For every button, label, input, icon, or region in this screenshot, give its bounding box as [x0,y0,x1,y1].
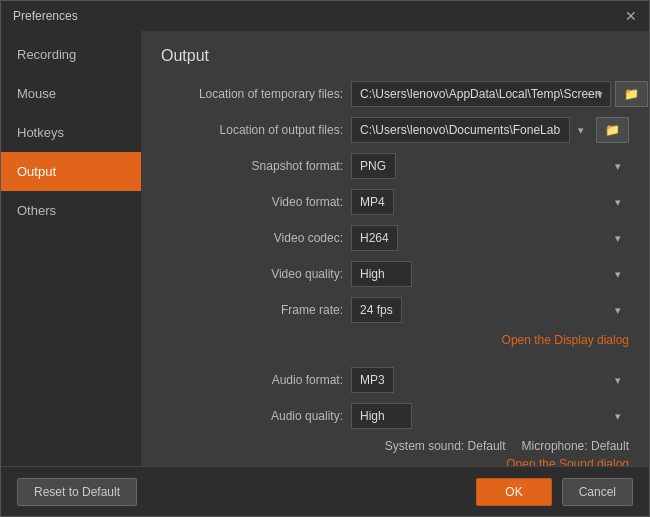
sound-dialog-row: Open the Sound dialog [161,457,629,466]
footer: Reset to Default OK Cancel [1,466,649,516]
frame-rate-select[interactable]: 24 fps 30 fps 60 fps [351,297,402,323]
audio-format-row: Audio format: MP3 AAC [161,367,629,393]
output-files-select[interactable]: C:\Users\lenovo\Documents\FoneLab [351,117,570,143]
title-bar: Preferences ✕ [1,1,649,31]
temp-files-row: Location of temporary files: C:\Users\le… [161,81,629,107]
snapshot-format-row: Snapshot format: PNG JPG [161,153,629,179]
audio-quality-label: Audio quality: [161,409,351,423]
sidebar-item-output[interactable]: Output [1,152,141,191]
video-codec-select[interactable]: H264 H265 [351,225,398,251]
output-files-label: Location of output files: [161,123,351,137]
close-button[interactable]: ✕ [625,9,637,23]
video-quality-select[interactable]: High Medium Low [351,261,412,287]
snapshot-format-select[interactable]: PNG JPG [351,153,396,179]
frame-rate-label: Frame rate: [161,303,351,317]
sidebar: Recording Mouse Hotkeys Output Others [1,31,141,466]
dialog-title: Preferences [13,9,78,23]
ok-button[interactable]: OK [476,478,551,506]
audio-format-label: Audio format: [161,373,351,387]
video-codec-label: Video codec: [161,231,351,245]
output-section-title: Output [161,47,629,65]
sound-info-row: System sound: Default Microphone: Defaul… [161,439,629,453]
video-codec-row: Video codec: H264 H265 [161,225,629,251]
temp-files-label: Location of temporary files: [161,87,351,101]
output-files-folder-btn[interactable]: 📁 [596,117,629,143]
footer-right: OK Cancel [476,478,633,506]
audio-quality-select[interactable]: High Medium Low [351,403,412,429]
preferences-dialog: Preferences ✕ Recording Mouse Hotkeys Ou… [0,0,650,517]
display-dialog-link[interactable]: Open the Display dialog [502,333,629,347]
sound-dialog-link[interactable]: Open the Sound dialog [506,457,629,466]
audio-quality-row: Audio quality: High Medium Low [161,403,629,429]
display-dialog-row: Open the Display dialog [161,333,629,347]
video-format-row: Video format: MP4 AVI [161,189,629,215]
main-content: Recording Mouse Hotkeys Output Others Ou… [1,31,649,466]
reset-button[interactable]: Reset to Default [17,478,137,506]
sidebar-item-recording[interactable]: Recording [1,35,141,74]
output-files-row: Location of output files: C:\Users\lenov… [161,117,629,143]
temp-files-folder-btn[interactable]: 📁 [615,81,648,107]
video-quality-label: Video quality: [161,267,351,281]
microphone-label: Microphone: Default [522,439,629,453]
audio-format-select[interactable]: MP3 AAC [351,367,394,393]
sidebar-item-others[interactable]: Others [1,191,141,230]
video-format-label: Video format: [161,195,351,209]
snapshot-format-label: Snapshot format: [161,159,351,173]
system-sound-label: System sound: Default [385,439,506,453]
temp-files-select[interactable]: C:\Users\lenovo\AppData\Local\Temp\Scree… [351,81,611,107]
frame-rate-row: Frame rate: 24 fps 30 fps 60 fps [161,297,629,323]
sidebar-item-mouse[interactable]: Mouse [1,74,141,113]
sidebar-item-hotkeys[interactable]: Hotkeys [1,113,141,152]
video-quality-row: Video quality: High Medium Low [161,261,629,287]
content-area: Output Location of temporary files: C:\U… [141,31,649,466]
video-format-select[interactable]: MP4 AVI [351,189,394,215]
cancel-button[interactable]: Cancel [562,478,633,506]
